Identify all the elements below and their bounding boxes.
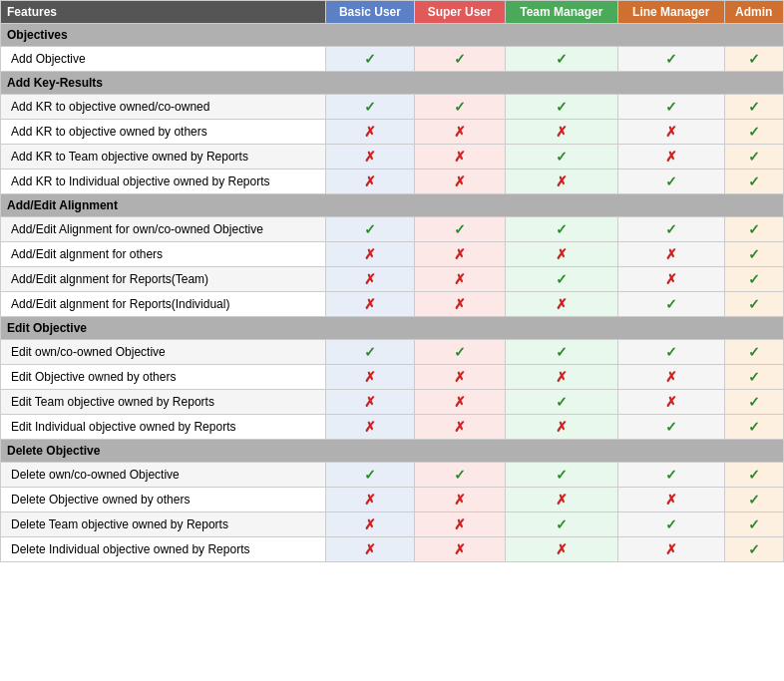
- table-row: Delete Individual objective owned by Rep…: [1, 537, 784, 562]
- feature-name-cell: Add/Edit algnment for Reports(Team): [1, 267, 326, 292]
- cell-team: ✗: [505, 488, 617, 512]
- cross-icon: ✗: [556, 541, 568, 557]
- cell-line: ✗: [617, 390, 724, 415]
- check-icon: ✓: [748, 344, 760, 360]
- cross-icon: ✗: [364, 296, 376, 312]
- cell-line: ✓: [617, 463, 724, 488]
- check-icon: ✓: [748, 124, 760, 140]
- cell-team: ✗: [505, 537, 617, 562]
- cross-icon: ✗: [665, 492, 677, 508]
- check-icon: ✓: [748, 516, 760, 532]
- cross-icon: ✗: [665, 271, 677, 287]
- cell-team: ✓: [505, 267, 617, 292]
- check-icon: ✓: [556, 221, 568, 237]
- table-row: Add/Edit algnment for Reports(Individual…: [1, 292, 784, 317]
- cross-icon: ✗: [364, 149, 376, 165]
- table-row: Add KR to Team objective owned by Report…: [1, 145, 784, 170]
- cell-line: ✗: [617, 488, 724, 512]
- features-table: Features Basic User Super User Team Mana…: [0, 0, 784, 562]
- cross-icon: ✗: [556, 369, 568, 385]
- feature-name-cell: Delete Team objective owned by Reports: [1, 512, 326, 537]
- check-icon: ✓: [454, 51, 466, 67]
- check-icon: ✓: [748, 296, 760, 312]
- feature-name-cell: Add Objective: [1, 47, 326, 72]
- cell-admin: ✓: [724, 537, 783, 562]
- check-icon: ✓: [748, 271, 760, 287]
- cell-line: ✓: [617, 217, 724, 242]
- cross-icon: ✗: [364, 173, 376, 189]
- cross-icon: ✗: [364, 541, 376, 557]
- cell-admin: ✓: [724, 390, 783, 415]
- check-icon: ✓: [748, 394, 760, 410]
- feature-name-cell: Add KR to Team objective owned by Report…: [1, 145, 326, 170]
- check-icon: ✓: [748, 541, 760, 557]
- cell-team: ✓: [505, 145, 617, 170]
- header-basic-user: Basic User: [326, 1, 415, 24]
- check-icon: ✓: [556, 99, 568, 115]
- table-row: Edit Individual objective owned by Repor…: [1, 415, 784, 440]
- table-row: Delete Objective owned by others✗✗✗✗✓: [1, 488, 784, 512]
- check-icon: ✓: [364, 51, 376, 67]
- cell-super: ✗: [414, 488, 505, 512]
- cross-icon: ✗: [454, 296, 466, 312]
- cross-icon: ✗: [364, 369, 376, 385]
- cell-line: ✓: [617, 95, 724, 120]
- check-icon: ✓: [364, 344, 376, 360]
- cell-team: ✗: [505, 292, 617, 317]
- feature-name-cell: Edit own/co-owned Objective: [1, 340, 326, 365]
- check-icon: ✓: [748, 369, 760, 385]
- table-row: Add Objective✓✓✓✓✓: [1, 47, 784, 72]
- cross-icon: ✗: [556, 296, 568, 312]
- cell-super: ✗: [414, 242, 505, 267]
- cell-super: ✗: [414, 415, 505, 440]
- check-icon: ✓: [665, 173, 677, 189]
- check-icon: ✓: [748, 173, 760, 189]
- cell-line: ✓: [617, 292, 724, 317]
- cross-icon: ✗: [364, 394, 376, 410]
- table-row: Delete Team objective owned by Reports✗✗…: [1, 512, 784, 537]
- section-header-row: Add/Edit Alignment: [1, 194, 784, 217]
- cross-icon: ✗: [556, 246, 568, 262]
- cell-basic: ✗: [326, 537, 415, 562]
- cell-basic: ✗: [326, 120, 415, 145]
- cell-team: ✓: [505, 95, 617, 120]
- cross-icon: ✗: [454, 419, 466, 435]
- feature-name-cell: Add/Edit algnment for Reports(Individual…: [1, 292, 326, 317]
- cell-admin: ✓: [724, 217, 783, 242]
- table-row: Add/Edit algnment for others✗✗✗✗✓: [1, 242, 784, 267]
- table-row: Add KR to objective owned/co-owned✓✓✓✓✓: [1, 95, 784, 120]
- cross-icon: ✗: [556, 124, 568, 140]
- check-icon: ✓: [364, 221, 376, 237]
- table-row: Add KR to Individual objective owned by …: [1, 170, 784, 194]
- check-icon: ✓: [748, 221, 760, 237]
- cell-admin: ✓: [724, 340, 783, 365]
- check-icon: ✓: [556, 467, 568, 483]
- check-icon: ✓: [364, 99, 376, 115]
- cell-basic: ✓: [326, 47, 415, 72]
- cell-basic: ✗: [326, 390, 415, 415]
- check-icon: ✓: [556, 394, 568, 410]
- cell-super: ✗: [414, 537, 505, 562]
- cell-admin: ✓: [724, 95, 783, 120]
- cell-line: ✗: [617, 365, 724, 390]
- cell-team: ✗: [505, 242, 617, 267]
- table-row: Edit Team objective owned by Reports✗✗✓✗…: [1, 390, 784, 415]
- cell-basic: ✓: [326, 340, 415, 365]
- cell-super: ✗: [414, 512, 505, 537]
- cell-super: ✗: [414, 120, 505, 145]
- cell-line: ✗: [617, 537, 724, 562]
- section-header-3: Edit Objective: [1, 317, 784, 340]
- cell-admin: ✓: [724, 488, 783, 512]
- check-icon: ✓: [556, 51, 568, 67]
- cell-basic: ✗: [326, 512, 415, 537]
- check-icon: ✓: [454, 344, 466, 360]
- cell-super: ✓: [414, 47, 505, 72]
- feature-name-cell: Add/Edit algnment for others: [1, 242, 326, 267]
- section-header-2: Add/Edit Alignment: [1, 194, 784, 217]
- cell-basic: ✓: [326, 217, 415, 242]
- cell-basic: ✗: [326, 415, 415, 440]
- cross-icon: ✗: [454, 124, 466, 140]
- cell-admin: ✓: [724, 512, 783, 537]
- table-row: Add KR to objective owned by others✗✗✗✗✓: [1, 120, 784, 145]
- cross-icon: ✗: [364, 124, 376, 140]
